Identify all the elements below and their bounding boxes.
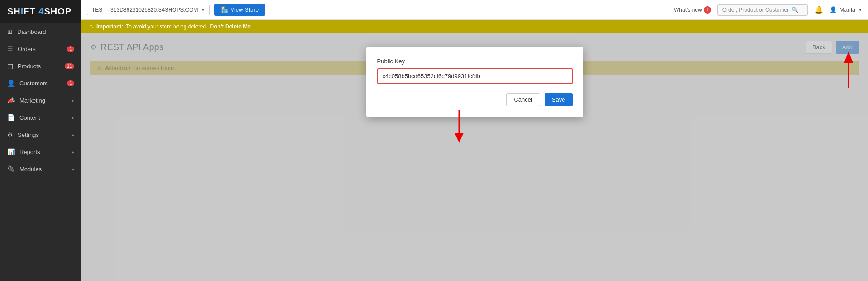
sidebar-item-dashboard[interactable]: ⊞ Dashboard [0,23,81,40]
modal-actions: Cancel Save [377,93,573,106]
sidebar-item-label: Orders [18,46,36,52]
search-box[interactable]: Order, Product or Customer 🔍 [717,4,808,16]
whats-new-badge: 1 [704,6,711,14]
sidebar-item-label: Products [18,63,41,70]
sidebar-item-marketing[interactable]: 📣 Marketing ▸ [0,92,81,109]
bell-icon[interactable]: 🔔 [814,5,823,14]
content-icon: 📄 [7,114,15,121]
sidebar-item-label: Settings [18,131,39,138]
user-icon: 👤 [830,6,837,13]
warning-icon: ⚠ [89,23,94,30]
sidebar: SHIFT 4SHOP ⊞ Dashboard ☰ Orders 1 ◫ Pro… [0,0,81,281]
dashboard-icon: ⊞ [7,28,13,35]
modal-label: Public Key [377,58,573,65]
app-layout: SHIFT 4SHOP ⊞ Dashboard ☰ Orders 1 ◫ Pro… [0,0,868,281]
sidebar-item-orders[interactable]: ☰ Orders 1 [0,40,81,57]
svg-marker-1 [455,133,464,143]
content-expand-icon: ▸ [72,115,74,120]
content-area: ⚙ REST API Apps Back Add ⚠ Attention no … [81,33,868,281]
settings-expand-icon: ▸ [72,132,74,137]
view-store-label: View Store [230,6,259,13]
marketing-icon: 📣 [7,97,15,104]
sidebar-item-label: Content [19,114,40,121]
main-area: TEST - 313D86261025820.S4SHOPS.COM ▼ 🏪 V… [81,0,868,281]
topbar: TEST - 313D86261025820.S4SHOPS.COM ▼ 🏪 V… [81,0,868,20]
content-wrapper: ⚙ REST API Apps Back Add ⚠ Attention no … [81,33,868,281]
logo-four: I [21,6,24,16]
sidebar-item-customers[interactable]: 👤 Customers 1 [0,75,81,92]
user-chevron-icon: ▼ [858,7,863,12]
sidebar-item-label: Dashboard [17,28,46,35]
settings-icon: ⚙ [7,131,13,138]
sidebar-item-modules[interactable]: 🔌 Modules ◂ [0,160,81,178]
sidebar-item-label: Modules [19,166,42,173]
dont-delete-link[interactable]: Don't Delete Me [210,23,251,30]
logo: SHIFT 4SHOP [0,0,81,23]
reports-expand-icon: ▸ [72,150,74,155]
red-arrow-save [452,110,466,148]
sidebar-item-content[interactable]: 📄 Content ▸ [0,109,81,126]
marketing-expand-icon: ▸ [72,98,74,103]
modules-expand-icon: ◂ [72,167,74,172]
modal-overlay: Public Key Cancel Save [81,33,868,281]
reports-icon: 📊 [7,148,15,155]
warning-title: Important: [96,23,123,30]
orders-badge: 1 [67,46,74,52]
store-icon: 🏪 [221,6,228,13]
warning-message: To avoid your store being deleted. [126,23,207,30]
whats-new-label: What's new [674,7,702,13]
public-key-input[interactable] [377,68,573,84]
sidebar-item-reports[interactable]: 📊 Reports ▸ [0,143,81,160]
sidebar-nav: ⊞ Dashboard ☰ Orders 1 ◫ Products 11 👤 C… [0,23,81,281]
svg-marker-3 [844,52,853,63]
products-badge: 11 [65,63,74,69]
topbar-right: What's new 1 Order, Product or Customer … [674,4,863,16]
customers-icon: 👤 [7,80,15,87]
orders-icon: ☰ [7,45,13,52]
search-icon: 🔍 [792,7,798,13]
store-selector[interactable]: TEST - 313D86261025820.S4SHOPS.COM ▼ [87,5,210,15]
red-arrow-add [842,47,855,89]
products-icon: ◫ [7,62,13,70]
customers-badge: 1 [67,80,74,86]
sidebar-item-label: Reports [19,149,40,155]
save-button[interactable]: Save [545,93,573,106]
modal-dialog: Public Key Cancel Save [366,47,583,117]
sidebar-item-products[interactable]: ◫ Products 11 [0,57,81,75]
sidebar-item-settings[interactable]: ⚙ Settings ▸ [0,126,81,143]
sidebar-item-label: Customers [19,80,48,87]
cancel-button[interactable]: Cancel [506,93,540,106]
modules-icon: 🔌 [7,165,15,173]
whats-new[interactable]: What's new 1 [674,6,711,14]
store-name: TEST - 313D86261025820.S4SHOPS.COM [92,7,198,13]
search-placeholder: Order, Product or Customer [722,7,789,13]
logo-four-num: 4 [38,6,44,16]
logo-text: SHIFT 4SHOP [7,6,71,17]
sidebar-item-label: Marketing [19,97,45,104]
view-store-button[interactable]: 🏪 View Store [214,4,265,16]
user-area[interactable]: 👤 Marila ▼ [830,6,863,13]
warning-banner: ⚠ Important: To avoid your store being d… [81,20,868,33]
user-name: Marila [840,6,855,13]
chevron-down-icon: ▼ [201,7,205,12]
